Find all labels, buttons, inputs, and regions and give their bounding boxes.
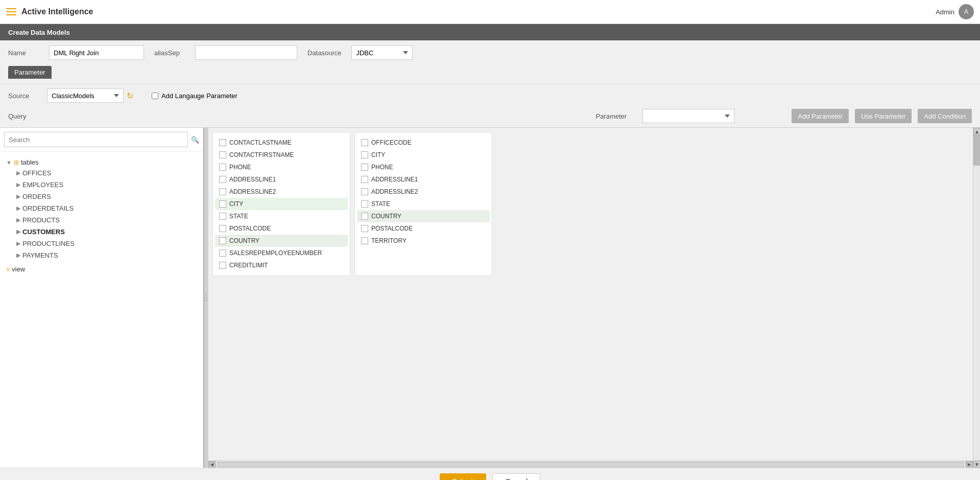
tree-child-products-label[interactable]: ▶ PRODUCTS <box>14 215 199 225</box>
tree-node-tables-label[interactable]: ▼ ⊞ tables <box>4 157 199 167</box>
main-content: 🔍 ▼ ⊞ tables ▶ OFFICES <box>0 127 980 468</box>
col-item-contactlastname[interactable]: CONTACTLASTNAME <box>215 136 348 149</box>
tree-item-payments[interactable]: ▶ PAYMENTS <box>14 249 199 261</box>
cb-territory[interactable] <box>361 237 368 244</box>
cb-addressline1-r[interactable] <box>361 176 368 183</box>
col-item-postalcode-r[interactable]: POSTALCODE <box>357 222 490 235</box>
col-item-phone-r[interactable]: PHONE <box>357 161 490 173</box>
col-item-postalcode-l[interactable]: POSTALCODE <box>215 222 348 235</box>
source-row: Source ClassicModels ↻ Add Langauge Para… <box>0 84 980 107</box>
search-icon[interactable]: 🔍 <box>191 136 199 144</box>
cb-officecode[interactable] <box>361 139 368 146</box>
columns-scroll-area[interactable]: CONTACTLASTNAME CONTACTFIRSTNAME PHONE A… <box>208 128 973 461</box>
tree-item-customers[interactable]: ▶ CUSTOMERS <box>14 226 199 238</box>
cb-creditlimit[interactable] <box>219 262 226 269</box>
col-item-salesrep[interactable]: SALESREPEMPLOYEENUMBER <box>215 247 348 259</box>
payments-label: PAYMENTS <box>22 252 58 259</box>
col-item-addressline2-r[interactable]: ADDRESSLINE2 <box>357 186 490 198</box>
col-item-territory[interactable]: TERRITORY <box>357 235 490 247</box>
col-item-addressline1-l[interactable]: ADDRESSLINE1 <box>215 173 348 186</box>
left-col-panel: CONTACTLASTNAME CONTACTFIRSTNAME PHONE A… <box>212 132 350 276</box>
arrow-orderdetails: ▶ <box>16 205 20 212</box>
add-parameter-button[interactable]: Add Parameter <box>792 109 848 123</box>
col-item-addressline2-l[interactable]: ADDRESSLINE2 <box>215 186 348 198</box>
left-panel: 🔍 ▼ ⊞ tables ▶ OFFICES <box>0 128 204 468</box>
tree-child-productlines-label[interactable]: ▶ PRODUCTLINES <box>14 239 199 248</box>
tree-item-offices[interactable]: ▶ OFFICES <box>14 167 199 179</box>
col-item-state-r[interactable]: STATE <box>357 198 490 210</box>
cb-state-l[interactable] <box>219 213 226 220</box>
horizontal-scrollbar[interactable]: ◄ ► <box>208 461 973 468</box>
parameter-tab[interactable]: Parameter <box>8 64 972 79</box>
table-icon: ⊞ <box>14 159 19 166</box>
scroll-track-h[interactable] <box>218 462 964 467</box>
lang-checkbox[interactable] <box>152 93 158 99</box>
label-state-l: STATE <box>229 213 248 220</box>
tree-item-orders[interactable]: ▶ ORDERS <box>14 191 199 202</box>
source-select[interactable]: ClassicModels <box>47 88 124 103</box>
tree-item-products[interactable]: ▶ PRODUCTS <box>14 214 199 226</box>
col-item-city-l[interactable]: CITY <box>215 198 348 210</box>
col-item-phone-l[interactable]: PHONE <box>215 161 348 173</box>
tree-child-orders-label[interactable]: ▶ ORDERS <box>14 192 199 201</box>
cb-city-l[interactable] <box>219 200 226 208</box>
admin-label: Admin <box>936 8 954 16</box>
scroll-right-btn[interactable]: ► <box>966 461 973 468</box>
scroll-up-btn[interactable]: ▲ <box>973 128 980 135</box>
cb-contactfirstname[interactable] <box>219 151 226 158</box>
scroll-left-btn[interactable]: ◄ <box>208 461 216 468</box>
alias-input[interactable] <box>195 45 297 60</box>
col-item-country-l[interactable]: COUNTRY <box>215 235 348 247</box>
col-item-officecode[interactable]: OFFICECODE <box>357 136 490 149</box>
cb-city-r[interactable] <box>361 151 368 158</box>
tree-item-employees[interactable]: ▶ EMPLOYEES <box>14 179 199 191</box>
cb-postalcode-l[interactable] <box>219 225 226 232</box>
vertical-splitter[interactable] <box>204 128 208 468</box>
tree-child-offices-label[interactable]: ▶ OFFICES <box>14 168 199 178</box>
scroll-thumb-v[interactable] <box>973 135 980 166</box>
arrow-orders: ▶ <box>16 193 20 200</box>
arrow-employees: ▶ <box>16 181 20 188</box>
cb-country-r[interactable] <box>361 213 368 220</box>
cb-phone-r[interactable] <box>361 164 368 171</box>
productlines-label: PRODUCTLINES <box>22 240 75 247</box>
cb-salesrep[interactable] <box>219 249 226 257</box>
col-item-country-r[interactable]: COUNTRY <box>357 210 490 222</box>
cb-postalcode-r[interactable] <box>361 225 368 232</box>
param-select[interactable] <box>642 109 734 123</box>
datasource-select[interactable]: JDBC <box>351 45 413 60</box>
cb-addressline2-l[interactable] <box>219 188 226 195</box>
col-item-addressline1-r[interactable]: ADDRESSLINE1 <box>357 173 490 186</box>
submit-button[interactable]: Submit <box>440 473 487 480</box>
tree-node-view[interactable]: ≡ view <box>4 263 199 276</box>
vertical-scrollbar[interactable]: ▲ ▼ <box>973 128 980 468</box>
col-item-state-l[interactable]: STATE <box>215 210 348 222</box>
col-item-creditlimit[interactable]: CREDITLIMIT <box>215 259 348 271</box>
cb-contactlastname[interactable] <box>219 139 226 146</box>
tree-child-payments-label[interactable]: ▶ PAYMENTS <box>14 250 199 260</box>
tree-item-productlines[interactable]: ▶ PRODUCTLINES <box>14 238 199 249</box>
tree-child-orderdetails-label[interactable]: ▶ ORDERDETAILS <box>14 203 199 213</box>
col-item-contactfirstname[interactable]: CONTACTFIRSTNAME <box>215 149 348 161</box>
add-condition-button[interactable]: Add Condition <box>918 109 972 123</box>
hamburger-menu[interactable] <box>6 8 16 15</box>
cb-phone-l[interactable] <box>219 164 226 171</box>
refresh-icon[interactable]: ↻ <box>127 91 133 101</box>
search-input[interactable] <box>4 132 188 147</box>
bottom-bar: Submit Cancel <box>0 468 980 480</box>
tree-node-view-label[interactable]: ≡ view <box>4 264 199 274</box>
col-item-city-r[interactable]: CITY <box>357 149 490 161</box>
tree-child-employees-label[interactable]: ▶ EMPLOYEES <box>14 180 199 190</box>
orders-label: ORDERS <box>22 193 51 200</box>
cancel-button[interactable]: Cancel <box>492 473 540 480</box>
use-parameter-button[interactable]: Use Parameter <box>855 109 912 123</box>
cb-addressline1-l[interactable] <box>219 176 226 183</box>
scroll-down-btn[interactable]: ▼ <box>973 461 980 468</box>
cb-state-r[interactable] <box>361 200 368 208</box>
tree-child-customers-label[interactable]: ▶ CUSTOMERS <box>14 227 199 237</box>
cb-addressline2-r[interactable] <box>361 188 368 195</box>
name-input[interactable] <box>49 45 144 60</box>
tree-item-orderdetails[interactable]: ▶ ORDERDETAILS <box>14 202 199 214</box>
cb-country-l[interactable] <box>219 237 226 244</box>
name-label: Name <box>8 49 39 57</box>
